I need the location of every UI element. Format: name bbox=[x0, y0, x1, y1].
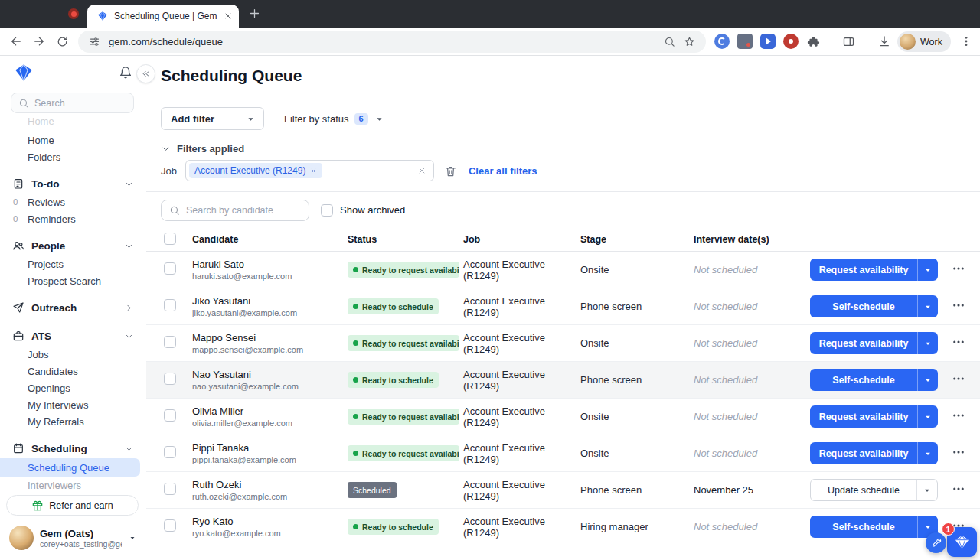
combobox-clear-icon[interactable] bbox=[417, 166, 426, 175]
clear-all-filters-link[interactable]: Clear all filters bbox=[469, 165, 537, 177]
sidebar-search-input[interactable] bbox=[34, 98, 126, 109]
candidate-search[interactable] bbox=[161, 200, 309, 221]
row-checkbox[interactable] bbox=[164, 262, 176, 275]
support-button[interactable] bbox=[926, 532, 946, 553]
row-menu-button[interactable] bbox=[952, 262, 965, 275]
action-caret-button[interactable] bbox=[917, 442, 938, 464]
action-caret-button[interactable] bbox=[917, 369, 938, 391]
candidate-name[interactable]: Pippi Tanaka bbox=[192, 442, 348, 454]
extensions-puzzle-icon[interactable] bbox=[807, 35, 820, 48]
sidebar-item-candidates[interactable]: Candidates bbox=[0, 363, 145, 379]
site-info-icon[interactable] bbox=[89, 36, 100, 47]
row-checkbox[interactable] bbox=[164, 299, 176, 311]
forward-button[interactable] bbox=[32, 34, 46, 48]
sidebar-item-reviews[interactable]: 0Reviews bbox=[0, 194, 145, 210]
row-menu-button[interactable] bbox=[952, 298, 965, 312]
item-label: Openings bbox=[28, 383, 70, 394]
filters-applied-toggle[interactable]: Filters applied bbox=[161, 143, 244, 155]
sidebar-item-projects[interactable]: Projects bbox=[0, 256, 145, 272]
delete-filter-trash-icon[interactable] bbox=[444, 164, 457, 177]
action-caret-button[interactable] bbox=[917, 295, 938, 317]
select-all-checkbox[interactable] bbox=[164, 233, 176, 245]
user-menu[interactable]: Gem (Oats) corey+oats_testing@ge... bbox=[0, 522, 145, 560]
candidate-name[interactable]: Ryo Kato bbox=[192, 516, 348, 527]
candidate-name[interactable]: Ruth Ozeki bbox=[192, 479, 348, 490]
row-menu-button[interactable] bbox=[952, 445, 965, 459]
update-schedule-button[interactable]: Update schedule bbox=[811, 480, 916, 500]
sidebar-item-jobs[interactable]: Jobs bbox=[0, 346, 145, 363]
row-checkbox[interactable] bbox=[164, 373, 176, 385]
lens-search-icon[interactable] bbox=[664, 36, 675, 47]
tab-close-icon[interactable] bbox=[224, 11, 233, 21]
candidate-name[interactable]: Jiko Yasutani bbox=[192, 295, 348, 307]
collapse-sidebar-button[interactable] bbox=[136, 64, 155, 83]
sidebar-item-openings[interactable]: Openings bbox=[0, 379, 145, 396]
candidate-name[interactable]: Nao Yasutani bbox=[192, 369, 348, 380]
candidate-name[interactable]: Mappo Sensei bbox=[192, 332, 348, 343]
bookmark-star-icon[interactable] bbox=[684, 36, 695, 47]
row-menu-button[interactable] bbox=[952, 335, 965, 349]
action-caret-button[interactable] bbox=[917, 332, 938, 354]
request-availability-button[interactable]: Request availability bbox=[810, 259, 917, 281]
address-bar[interactable]: gem.com/schedule/queue bbox=[78, 31, 706, 53]
extension-icon-4[interactable] bbox=[783, 34, 799, 49]
row-checkbox[interactable] bbox=[164, 519, 176, 532]
notifications-bell-icon[interactable] bbox=[119, 66, 132, 80]
sidebar-item-scheduling-queue[interactable]: Scheduling Queue bbox=[0, 458, 140, 477]
sidebar-section-scheduling[interactable]: Scheduling bbox=[0, 438, 145, 458]
sidebar-item-folders[interactable]: Folders bbox=[0, 148, 145, 165]
sidebar-section-ats[interactable]: ATS bbox=[0, 326, 145, 346]
request-availability-button[interactable]: Request availability bbox=[810, 332, 917, 354]
show-archived-checkbox[interactable] bbox=[321, 204, 333, 217]
add-filter-dropdown[interactable]: Add filter bbox=[161, 107, 264, 130]
row-menu-button[interactable] bbox=[952, 482, 965, 496]
chip-remove-icon[interactable] bbox=[310, 168, 317, 174]
row-checkbox[interactable] bbox=[164, 483, 176, 495]
sidebar-search[interactable] bbox=[11, 93, 134, 113]
sidebar-item-my-interviews[interactable]: My Interviews bbox=[0, 396, 145, 413]
extension-icon-3[interactable] bbox=[760, 34, 776, 49]
sidebar-item-reminders[interactable]: 0Reminders bbox=[0, 210, 145, 227]
row-menu-button[interactable] bbox=[952, 372, 965, 386]
profile-chip[interactable]: Work bbox=[897, 31, 951, 52]
candidate-name[interactable]: Olivia Miller bbox=[192, 405, 348, 417]
request-availability-button[interactable]: Request availability bbox=[810, 442, 917, 464]
sidebar-section-people[interactable]: People bbox=[0, 236, 145, 256]
sidebar-item-my-referrals[interactable]: My Referrals bbox=[0, 413, 145, 430]
self-schedule-button[interactable]: Self-schedule bbox=[810, 295, 917, 317]
extension-icon-2[interactable] bbox=[737, 34, 753, 49]
stage-cell: Onsite bbox=[580, 337, 694, 349]
job-filter-chip[interactable]: Account Executive (R1249) bbox=[189, 163, 322, 178]
sidebar-section-to-do[interactable]: To-do bbox=[0, 174, 145, 194]
new-tab-button[interactable] bbox=[248, 7, 261, 20]
candidate-name[interactable]: Haruki Sato bbox=[192, 259, 348, 270]
browser-menu-icon[interactable] bbox=[960, 35, 972, 47]
self-schedule-button[interactable]: Self-schedule bbox=[810, 369, 917, 391]
request-availability-button[interactable]: Request availability bbox=[810, 405, 917, 428]
action-caret-button[interactable] bbox=[917, 259, 938, 281]
sidebar-item-prospect-search[interactable]: Prospect Search bbox=[0, 272, 145, 289]
download-icon[interactable] bbox=[877, 34, 891, 48]
action-caret-button[interactable] bbox=[917, 405, 938, 428]
sidebar-section-outreach[interactable]: Outreach bbox=[0, 298, 145, 317]
candidate-search-input[interactable] bbox=[186, 205, 301, 216]
row-checkbox[interactable] bbox=[164, 446, 176, 458]
sidebar-item-ghost[interactable]: Home bbox=[0, 115, 145, 128]
job-filter-combobox[interactable]: Account Executive (R1249) bbox=[185, 160, 434, 181]
reload-button[interactable] bbox=[56, 35, 69, 48]
row-checkbox[interactable] bbox=[164, 409, 176, 422]
sidebar-item-home[interactable]: Home bbox=[0, 132, 145, 148]
sidebar-item-interviewers[interactable]: Interviewers bbox=[0, 477, 145, 493]
browser-tab[interactable]: Scheduling Queue | Gem bbox=[87, 5, 239, 28]
record-icon[interactable] bbox=[68, 8, 79, 19]
back-button[interactable] bbox=[9, 34, 23, 48]
row-menu-button[interactable] bbox=[952, 409, 965, 422]
side-panel-icon[interactable] bbox=[842, 35, 855, 48]
row-checkbox[interactable] bbox=[164, 336, 176, 348]
extension-icon-1[interactable] bbox=[714, 34, 730, 49]
self-schedule-button[interactable]: Self-schedule bbox=[810, 516, 917, 538]
status-filter-dropdown[interactable]: Filter by status 6 bbox=[284, 107, 385, 130]
refer-and-earn-button[interactable]: Refer and earn bbox=[6, 495, 139, 516]
action-caret-button[interactable] bbox=[916, 480, 937, 500]
candidate-email: haruki.sato@example.com bbox=[192, 272, 348, 281]
